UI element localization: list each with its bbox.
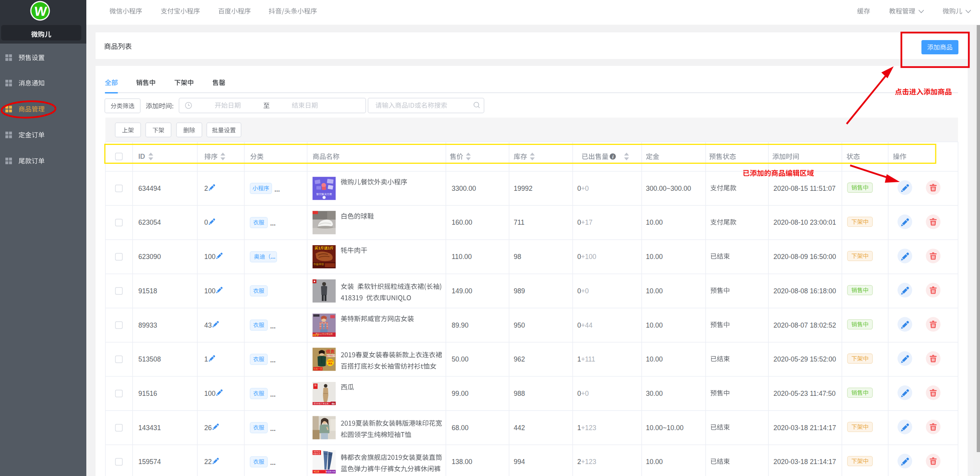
svg-text:+100: +100: [581, 253, 597, 261]
svg-text:100: 100: [204, 287, 215, 295]
svg-text:W: W: [34, 4, 48, 19]
svg-text:+0: +0: [581, 287, 589, 295]
svg-text:962: 962: [514, 355, 525, 363]
svg-text:3300.00: 3300.00: [452, 185, 476, 192]
svg-text:1: 1: [577, 424, 581, 432]
svg-text:+44: +44: [581, 321, 593, 329]
svg-text:110.00: 110.00: [452, 253, 472, 261]
svg-text:...: ...: [270, 425, 276, 432]
svg-text:89.90: 89.90: [452, 321, 469, 329]
svg-text:+0: +0: [581, 185, 589, 192]
svg-text:2020-08-15 11:51:07: 2020-08-15 11:51:07: [773, 185, 835, 192]
svg-text:...: ...: [270, 391, 276, 398]
svg-text:99.00: 99.00: [452, 390, 469, 397]
svg-text:950: 950: [514, 321, 525, 329]
svg-text:711: 711: [514, 219, 524, 226]
svg-text:143431: 143431: [138, 424, 161, 432]
svg-text:...: ...: [270, 220, 276, 227]
svg-text:2020-08-10 23:00:01: 2020-08-10 23:00:01: [773, 219, 836, 226]
svg-text:98: 98: [514, 253, 521, 261]
svg-text:+111: +111: [581, 355, 595, 363]
svg-text:0: 0: [204, 219, 208, 226]
svg-text:100: 100: [204, 253, 215, 261]
svg-text:0: 0: [577, 390, 581, 397]
svg-text:...: ...: [270, 323, 276, 330]
svg-text:989: 989: [514, 287, 525, 295]
svg-text:10.00: 10.00: [646, 219, 663, 226]
svg-text:30.00: 30.00: [646, 390, 663, 397]
svg-text:91516: 91516: [138, 390, 157, 397]
svg-text:91518: 91518: [138, 287, 157, 295]
svg-text:ID: ID: [138, 153, 145, 160]
svg-text:300.00~300.00: 300.00~300.00: [646, 185, 691, 192]
svg-text:+17: +17: [581, 219, 593, 226]
svg-text:10.00: 10.00: [646, 321, 663, 329]
svg-text:19992: 19992: [514, 185, 533, 192]
svg-text:+123: +123: [581, 424, 596, 432]
svg-text:10.00~10.00: 10.00~10.00: [646, 424, 684, 432]
svg-text:10.00: 10.00: [646, 253, 663, 261]
svg-text:2020-03-18 21:14:17: 2020-03-18 21:14:17: [773, 424, 836, 432]
svg-text:159574: 159574: [138, 458, 161, 466]
svg-text:+123: +123: [581, 458, 596, 466]
svg-text:994: 994: [514, 458, 525, 466]
svg-text:442: 442: [514, 424, 525, 432]
svg-text:0: 0: [577, 185, 581, 192]
svg-text:2020-05-23 11:47:50: 2020-05-23 11:47:50: [773, 390, 835, 397]
svg-text:0: 0: [577, 219, 581, 226]
svg-text:149.00: 149.00: [452, 287, 472, 295]
svg-text:...: ...: [270, 459, 276, 466]
svg-text:0: 0: [577, 287, 581, 295]
svg-text:100: 100: [204, 390, 215, 397]
svg-text:...: ...: [274, 186, 280, 193]
svg-text:2: 2: [577, 458, 581, 466]
svg-text:634494: 634494: [138, 185, 161, 192]
svg-text:623090: 623090: [138, 253, 161, 261]
svg-text:43: 43: [204, 321, 212, 329]
svg-text:68.00: 68.00: [452, 424, 469, 432]
svg-text:50.00: 50.00: [452, 355, 469, 363]
svg-text:10.00: 10.00: [646, 287, 663, 295]
svg-text:988: 988: [514, 390, 525, 397]
svg-text:+0: +0: [581, 390, 589, 397]
svg-text:0: 0: [577, 253, 581, 261]
svg-text:0: 0: [577, 321, 581, 329]
svg-text:623054: 623054: [138, 219, 161, 226]
svg-text:1: 1: [577, 355, 581, 363]
svg-text:2020-08-08 16:18:00: 2020-08-08 16:18:00: [773, 287, 836, 295]
svg-text:2020-05-29 15:52:00: 2020-05-29 15:52:00: [773, 355, 836, 363]
svg-text:26: 26: [204, 424, 212, 432]
svg-text:138.00: 138.00: [452, 458, 472, 466]
svg-text:89933: 89933: [138, 321, 157, 329]
svg-text:513508: 513508: [138, 355, 161, 363]
svg-text:...: ...: [270, 357, 276, 364]
svg-text:i: i: [612, 154, 614, 160]
svg-text:10.00: 10.00: [646, 355, 663, 363]
svg-text:22: 22: [204, 458, 212, 466]
svg-text:160.00: 160.00: [452, 219, 472, 226]
svg-text:2020-08-09 16:50:00: 2020-08-09 16:50:00: [773, 253, 836, 261]
svg-text:10.00: 10.00: [646, 458, 663, 466]
svg-text:2020-03-18 21:14:17: 2020-03-18 21:14:17: [773, 458, 836, 466]
svg-text:2: 2: [204, 185, 208, 192]
svg-text:...: ...: [271, 254, 276, 260]
svg-text:1: 1: [204, 355, 208, 363]
svg-text:2020-08-07 18:02:52: 2020-08-07 18:02:52: [773, 321, 836, 329]
